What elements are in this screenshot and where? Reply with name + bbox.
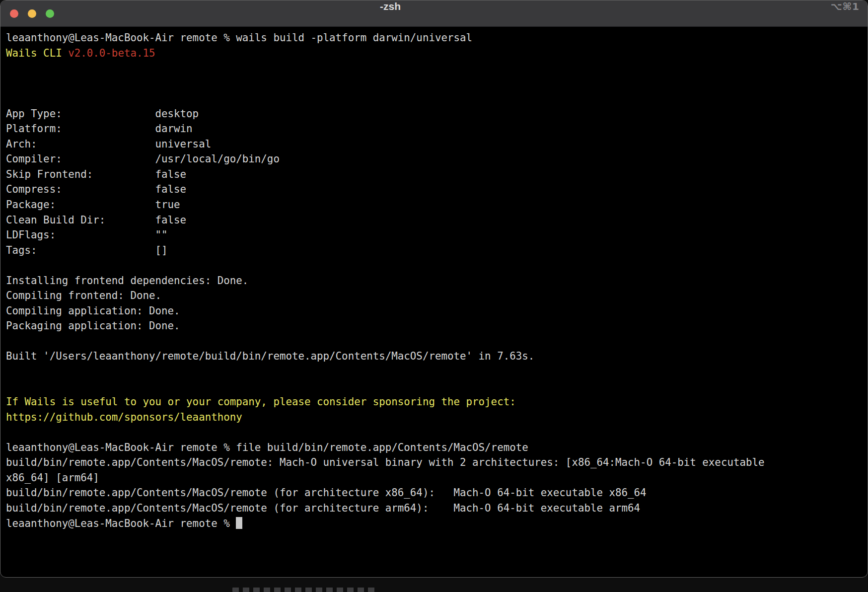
config-line-compress: Compress: false [6, 182, 868, 197]
status-line-compile-app: Compiling application: Done. [6, 303, 868, 319]
blank-line [6, 364, 868, 379]
terminal-screen[interactable]: leaanthony@Leas-MacBook-Air remote % wai… [0, 27, 868, 577]
config-line-skip-frontend: Skip Frontend: false [6, 167, 868, 182]
wails-version-label: v2.0.0-beta.15 [68, 47, 155, 59]
active-prompt-line: leaanthony@Leas-MacBook-Air remote % [6, 516, 868, 531]
blank-line [6, 61, 868, 76]
blank-line [6, 258, 868, 273]
background-window-fragment [232, 588, 376, 592]
sponsor-message-line: If Wails is useful to you or your compan… [6, 394, 868, 410]
sponsor-link-line: https://github.com/sponsors/leaanthony [6, 410, 868, 425]
config-line-compiler: Compiler: /usr/local/go/bin/go [6, 151, 868, 167]
config-line-clean-build-dir: Clean Build Dir: false [6, 213, 868, 228]
blank-line [6, 425, 868, 440]
config-line-ldflags: LDFlags: "" [6, 227, 868, 243]
blank-line [6, 76, 868, 91]
terminal-window: -zsh ⌥⌘1 leaanthony@Leas-MacBook-Air rem… [0, 0, 868, 578]
titlebar[interactable]: -zsh ⌥⌘1 [0, 0, 868, 27]
built-result-line: Built '/Users/leaanthony/remote/build/bi… [6, 349, 868, 364]
config-line-arch: Arch: universal [6, 137, 868, 152]
blank-line [6, 334, 868, 349]
blank-line [6, 379, 868, 395]
version-line: Wails CLI v2.0.0-beta.15 [6, 46, 868, 61]
status-line-package-app: Packaging application: Done. [6, 318, 868, 334]
minimize-button[interactable] [28, 9, 36, 18]
file-output-line: build/bin/remote.app/Contents/MacOS/remo… [6, 455, 868, 470]
config-line-app-type: App Type: desktop [6, 106, 868, 122]
file-output-arm-line: build/bin/remote.app/Contents/MacOS/remo… [6, 501, 868, 516]
close-button[interactable] [10, 9, 18, 18]
prompt-line: leaanthony@Leas-MacBook-Air remote % wai… [6, 30, 868, 46]
config-line-package: Package: true [6, 197, 868, 213]
prompt-line-file-command: leaanthony@Leas-MacBook-Air remote % fil… [6, 440, 868, 455]
zoom-button[interactable] [46, 9, 54, 18]
file-output-wrap-line: x86_64] [arm64] [6, 470, 868, 486]
file-output-x86-line: build/bin/remote.app/Contents/MacOS/remo… [6, 485, 868, 501]
config-line-platform: Platform: darwin [6, 121, 868, 137]
blank-line [6, 91, 868, 106]
status-line-dependencies: Installing frontend dependencies: Done. [6, 273, 868, 289]
window-title: -zsh [348, 0, 433, 27]
text-cursor [236, 517, 242, 529]
traffic-lights [10, 9, 54, 18]
config-line-tags: Tags: [] [6, 243, 868, 258]
wails-cli-label: Wails CLI [6, 47, 68, 59]
tab-shortcut-label: ⌥⌘1 [830, 0, 860, 27]
prompt-text: leaanthony@Leas-MacBook-Air remote % [6, 518, 236, 529]
status-line-compile-frontend: Compiling frontend: Done. [6, 288, 868, 303]
